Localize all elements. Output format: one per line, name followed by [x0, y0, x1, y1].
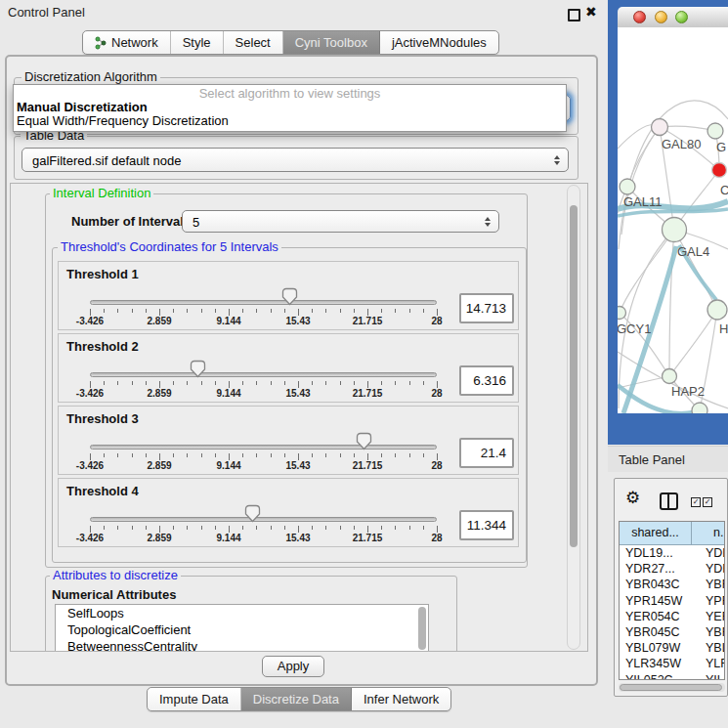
split-view-icon[interactable]: [660, 492, 678, 510]
network-edge-highlighted[interactable]: [618, 209, 728, 216]
list-scrollbar[interactable]: [418, 607, 426, 650]
checkbox-icon[interactable]: ✓: [691, 497, 701, 507]
table-row[interactable]: YLR345WYLR3: [620, 656, 724, 671]
slider-thumb[interactable]: [244, 504, 261, 523]
tab-discretize-data[interactable]: Discretize Data: [241, 688, 352, 710]
tick-mark: [215, 526, 216, 530]
threshold-value-field[interactable]: 21.4: [459, 438, 514, 468]
table-row[interactable]: YBL079WYBL0: [620, 640, 724, 656]
tick-label: 28: [415, 316, 458, 326]
network-node-node-bottom[interactable]: [692, 403, 707, 413]
tick-mark: [409, 453, 410, 457]
minimize-traffic-light[interactable]: [655, 11, 667, 23]
tick-mark: [146, 381, 147, 385]
slider-thumb[interactable]: [356, 432, 372, 450]
spinner-arrows-icon: [485, 217, 491, 227]
number-of-intervals-spinner[interactable]: 5: [182, 210, 499, 233]
tick-label: -3.426: [68, 533, 111, 543]
settings-scrollbar-track[interactable]: [567, 185, 580, 650]
close-traffic-light[interactable]: [633, 11, 646, 23]
tick-mark: [284, 381, 285, 385]
network-node-gal11[interactable]: [620, 179, 635, 194]
table-row[interactable]: YPR145WYPR1: [620, 593, 724, 609]
gear-icon[interactable]: ⚙: [625, 490, 640, 506]
tick-mark: [298, 309, 299, 316]
slider-track[interactable]: [90, 372, 437, 377]
slider-thumb[interactable]: [281, 287, 298, 306]
network-edge[interactable]: [627, 127, 660, 187]
tab-style[interactable]: Style: [171, 31, 224, 54]
tick-mark: [298, 381, 299, 388]
network-node-gcy1[interactable]: [618, 307, 626, 320]
tab-infer-network[interactable]: Infer Network: [352, 688, 450, 710]
table-cell: YBR0: [698, 577, 724, 592]
tick-label: 21.715: [346, 316, 389, 326]
tick-mark: [284, 309, 285, 313]
table-hscrollbar-track[interactable]: [619, 683, 725, 692]
network-edge[interactable]: [669, 310, 717, 376]
tab-cyni-toolbox[interactable]: Cyni Toolbox: [283, 31, 380, 54]
threshold-label: Threshold 1: [66, 267, 139, 281]
network-node-node-right-mid[interactable]: [707, 300, 727, 320]
tab-label: Style: [183, 35, 211, 50]
network-node-gal80[interactable]: [652, 119, 668, 136]
threshold-value-field[interactable]: 14.713: [459, 293, 514, 323]
apply-button[interactable]: Apply: [262, 656, 324, 677]
network-node-hap2[interactable]: [663, 369, 677, 384]
tick-mark: [284, 526, 285, 530]
tick-mark: [409, 381, 410, 385]
screen: Control Panel ✖ NetworkStyleSelectCyni T…: [0, 0, 728, 728]
zoom-traffic-light[interactable]: [675, 11, 688, 23]
table-row[interactable]: YER054CYER0: [620, 609, 724, 624]
tick-mark: [187, 526, 188, 530]
table-data-combobox[interactable]: galFiltered.sif default node: [21, 148, 569, 172]
algorithm-dropdown-popup: Select algorithm to view settings Manual…: [13, 84, 567, 132]
table-row[interactable]: YBR043CYBR0: [620, 577, 724, 592]
tick-mark: [117, 309, 118, 313]
tick-label: 28: [415, 533, 458, 543]
threshold-value-field[interactable]: 11.344: [459, 510, 514, 540]
tab-impute-data[interactable]: Impute Data: [148, 688, 241, 710]
tick-mark: [312, 381, 313, 385]
network-node-node-top-right[interactable]: [707, 123, 723, 139]
table-row[interactable]: YDR27...YDR2: [620, 561, 724, 577]
tick-mark: [340, 526, 341, 530]
tab-jactivemnodules[interactable]: jActiveMNodules: [380, 31, 498, 54]
table-cell: YBR045C: [620, 624, 698, 640]
network-canvas[interactable]: GAL80GCGAL11GAL4GCY1HHAP2: [618, 27, 728, 413]
tab-network[interactable]: Network: [83, 31, 171, 54]
attribute-item-topologicalcoefficient[interactable]: TopologicalCoefficient: [56, 621, 428, 638]
close-icon[interactable]: ✖: [585, 4, 597, 20]
settings-scrollbar-thumb[interactable]: [570, 205, 578, 547]
column-header-shared[interactable]: shared...: [620, 522, 692, 544]
table-cell: YER0: [698, 609, 724, 624]
tick-mark: [146, 453, 147, 457]
tick-mark: [90, 309, 91, 316]
algorithm-option-manual[interactable]: Manual Discretization: [14, 101, 566, 114]
table-row[interactable]: YDL19...YDL1: [620, 545, 724, 561]
tick-mark: [312, 453, 313, 457]
network-node-node-red[interactable]: [712, 163, 727, 178]
tick-label: 28: [415, 460, 458, 471]
threshold-value-field[interactable]: 6.316: [459, 365, 514, 396]
tab-select[interactable]: Select: [224, 31, 283, 54]
table-hscrollbar-thumb[interactable]: [620, 684, 722, 691]
numerical-attributes-list[interactable]: SelfLoopsTopologicalCoefficientBetweenne…: [55, 604, 429, 652]
table-row[interactable]: YBR045CYBR0: [620, 624, 724, 640]
attribute-item-selfloops[interactable]: SelfLoops: [56, 605, 428, 621]
attribute-item-betweennesscentrality[interactable]: BetweennessCentrality: [56, 638, 428, 652]
algorithm-option-equal-width[interactable]: Equal Width/Frequency Discretization: [14, 114, 566, 128]
network-window-titlebar[interactable]: [618, 7, 728, 28]
float-window-icon[interactable]: [568, 9, 580, 21]
column-header-name[interactable]: n...: [692, 522, 724, 544]
checkbox-icon[interactable]: ✓: [703, 497, 712, 507]
slider-track[interactable]: [90, 300, 437, 305]
network-edge[interactable]: [620, 230, 674, 313]
slider-track[interactable]: [90, 517, 437, 522]
tick-mark: [354, 381, 355, 385]
table-row[interactable]: YIL052CYIL0: [620, 672, 724, 681]
slider-thumb[interactable]: [190, 360, 206, 378]
slider-track[interactable]: [90, 445, 437, 450]
network-node-gal4[interactable]: [663, 218, 687, 242]
tick-mark: [256, 381, 257, 385]
